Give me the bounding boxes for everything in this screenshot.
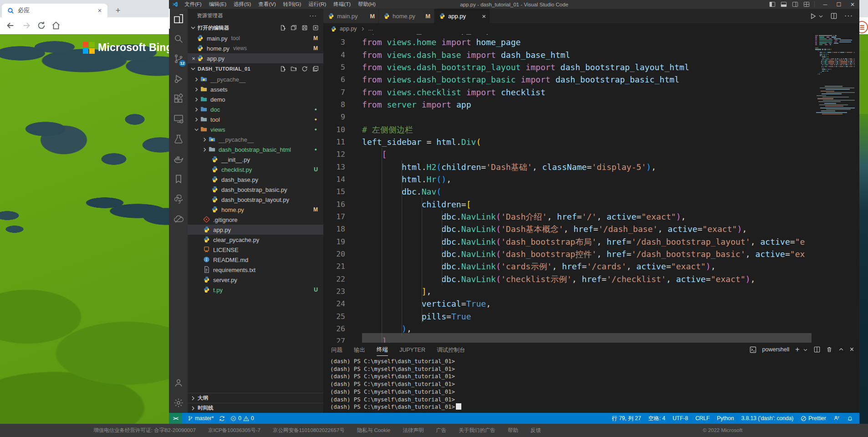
- git-branch[interactable]: master*: [185, 413, 216, 424]
- split-editor-icon[interactable]: [831, 13, 837, 19]
- status-6[interactable]: Prettier: [799, 413, 828, 424]
- tree-item-clear-pycache-py[interactable]: clear_pycache.py: [188, 235, 323, 245]
- tree-item-demo[interactable]: demo: [188, 94, 323, 104]
- source-control-icon[interactable]: 12: [169, 49, 188, 69]
- layout-controls[interactable]: [769, 1, 815, 7]
- panel-tab-调试控制台[interactable]: 调试控制台: [437, 344, 465, 356]
- tree-item---pycache--[interactable]: __pycache__: [188, 134, 323, 144]
- footer-link[interactable]: 广告: [436, 427, 446, 434]
- code-editor[interactable]: 2import dash_bootstrap_components as dbc…: [323, 34, 859, 343]
- save-all-icon[interactable]: [301, 25, 308, 31]
- footer-link[interactable]: 增值电信业务经营许可证: 合字B2-20090007: [93, 427, 196, 434]
- open-editor-item[interactable]: home.pyviewsM: [188, 43, 323, 53]
- footer-link[interactable]: 帮助: [508, 427, 518, 434]
- new-file-icon[interactable]: [280, 66, 286, 72]
- open-editors-header[interactable]: 打开的编辑器: [188, 22, 323, 33]
- back-icon[interactable]: [5, 21, 15, 31]
- maximize-panel-icon[interactable]: [838, 347, 844, 352]
- tree-item-views[interactable]: views●: [188, 124, 323, 134]
- status-2[interactable]: UTF-8: [671, 413, 690, 424]
- run-debug-icon[interactable]: [169, 69, 188, 89]
- outline-section[interactable]: 大纲: [188, 393, 323, 403]
- reload-icon[interactable]: [36, 21, 46, 31]
- tab-main-py[interactable]: main.pyM: [323, 9, 379, 23]
- notifications-bell-icon[interactable]: [845, 413, 855, 424]
- remote-indicator[interactable]: ><: [169, 413, 182, 424]
- new-folder-icon[interactable]: [291, 66, 297, 72]
- search-icon[interactable]: [169, 29, 188, 49]
- tab-app-py[interactable]: app.py×: [434, 9, 490, 23]
- open-editor-item[interactable]: ×app.py: [188, 53, 323, 63]
- forward-icon[interactable]: [21, 21, 31, 31]
- tab-close-icon[interactable]: ×: [482, 12, 486, 20]
- open-editor-item[interactable]: main.pytoolM: [188, 33, 323, 43]
- python-ext-icon[interactable]: [169, 189, 188, 209]
- footer-link[interactable]: 京ICP备10036305号-7: [208, 427, 260, 434]
- account-icon[interactable]: [169, 373, 188, 393]
- menu-1[interactable]: 编辑(E): [205, 0, 230, 9]
- run-icon[interactable]: [810, 13, 817, 20]
- panel-tab-JUPYTER[interactable]: JUPYTER: [399, 344, 425, 355]
- tree-item-t-py[interactable]: t.pyU: [188, 285, 323, 295]
- tab-home-py[interactable]: home.pyM: [379, 9, 434, 23]
- tree-item-license[interactable]: LICENSE: [188, 245, 323, 255]
- split-icon[interactable]: [291, 25, 297, 31]
- terminal-dropdown-icon[interactable]: [803, 347, 808, 352]
- tree-item-assets[interactable]: assets: [188, 84, 323, 94]
- tree-item-app-py[interactable]: app.py: [188, 225, 323, 235]
- project-header[interactable]: DASH_TUTORIAL_01: [188, 63, 323, 74]
- panel-tab-终端[interactable]: 终端: [377, 343, 388, 356]
- test-beaker-icon[interactable]: [169, 129, 188, 149]
- minimap[interactable]: [812, 34, 859, 343]
- tree-item-readme-md[interactable]: README.md: [188, 255, 323, 265]
- refresh-icon[interactable]: [301, 66, 308, 72]
- menu-6[interactable]: 终端(T): [330, 0, 354, 9]
- home-icon[interactable]: [51, 21, 61, 31]
- close-editor-icon[interactable]: ×: [190, 55, 197, 62]
- status-feedback-icon[interactable]: [832, 413, 842, 424]
- footer-link[interactable]: 关于我们的广告: [459, 427, 495, 434]
- timeline-section[interactable]: 时间线: [188, 403, 323, 413]
- editor-more-icon[interactable]: ···: [844, 12, 853, 20]
- tree-item---pycache--[interactable]: __pycache__: [188, 74, 323, 84]
- status-3[interactable]: CRLF: [694, 413, 711, 424]
- collapse-folders-icon[interactable]: [312, 66, 319, 72]
- tab-close-icon[interactable]: ×: [96, 6, 104, 15]
- settings-gear-icon[interactable]: [169, 393, 188, 413]
- tree-item-dash-bootstrap-layout-py[interactable]: dash_bootstrap_layout.py: [188, 195, 323, 205]
- more-actions-icon[interactable]: ···: [309, 9, 317, 22]
- tree-item-dash-bootstrap-basic-py[interactable]: dash_bootstrap_basic.py: [188, 185, 323, 195]
- tree-item---init---py[interactable]: __init__.py: [188, 154, 323, 165]
- menu-7[interactable]: 帮助(H): [354, 0, 379, 9]
- run-dropdown-icon[interactable]: [818, 14, 823, 19]
- status-4[interactable]: Python: [715, 413, 735, 424]
- maximize-button[interactable]: ☐: [832, 0, 846, 9]
- problems-indicator[interactable]: 0 0: [228, 413, 256, 424]
- menu-0[interactable]: 文件(F): [181, 0, 205, 9]
- minimize-button[interactable]: ─: [818, 0, 832, 9]
- tree-item-checklist-py[interactable]: checklist.pyU: [188, 165, 323, 175]
- footer-link[interactable]: 法律声明: [403, 427, 424, 434]
- terminal-output[interactable]: (dash) PS C:\myself\dash_tutorial_01>(da…: [323, 356, 859, 413]
- sync-icon[interactable]: [216, 413, 228, 424]
- status-1[interactable]: 空格: 4: [647, 413, 667, 424]
- menu-4[interactable]: 转到(G): [280, 0, 305, 9]
- remote-explorer-icon[interactable]: [169, 109, 188, 129]
- extensions-icon[interactable]: [169, 89, 188, 109]
- close-all-icon[interactable]: [312, 25, 319, 31]
- tree-item-requirements-txt[interactable]: requirements.txt: [188, 265, 323, 275]
- panel-tab-输出[interactable]: 输出: [354, 344, 365, 356]
- menu-2[interactable]: 选择(S): [230, 0, 255, 9]
- status-5[interactable]: 3.8.13 ('dash': conda): [740, 413, 796, 424]
- menu-3[interactable]: 查看(V): [255, 0, 279, 9]
- tree-item-dash-bootstrap-basic-html[interactable]: dash_bootstrap_basic_html●: [188, 144, 323, 154]
- browser-tab[interactable]: 必应 ×: [2, 4, 107, 17]
- horizontal-scrollbar[interactable]: [362, 333, 813, 343]
- footer-link[interactable]: 隐私与 Cookie: [357, 427, 391, 434]
- new-untitled-file-icon[interactable]: [280, 25, 286, 31]
- cloud-icon[interactable]: [169, 209, 188, 229]
- footer-link[interactable]: 京公网安备11010802022657号: [273, 427, 345, 434]
- split-terminal-icon[interactable]: [814, 346, 820, 353]
- close-button[interactable]: ✕: [846, 0, 859, 9]
- menu-5[interactable]: 运行(R): [305, 0, 330, 9]
